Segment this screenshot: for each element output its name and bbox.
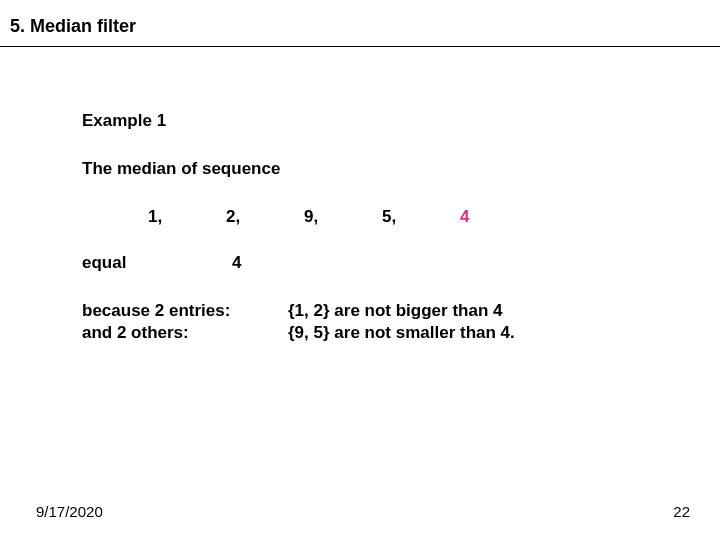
footer-page-number: 22 [673,503,690,520]
sequence-item-4-highlight: 4 [460,206,538,228]
title-underline [0,46,720,47]
because-left-line-1: and 2 others: [82,322,288,344]
because-right-line-0: {1, 2} are not bigger than 4 [288,300,515,322]
footer-date: 9/17/2020 [36,503,103,520]
slide-title: 5. Median filter [0,16,136,37]
intro-line: The median of sequence [82,158,538,180]
because-left-col: because 2 entries: and 2 others: [82,300,288,344]
sequence-item-2: 9, [304,206,382,228]
equal-value: 4 [232,252,241,274]
because-right-col: {1, 2} are not bigger than 4 {9, 5} are … [288,300,515,344]
because-right-line-1: {9, 5} are not smaller than 4. [288,322,515,344]
equal-row: equal 4 [82,252,538,274]
sequence-row: 1, 2, 9, 5, 4 [82,206,538,228]
equal-label: equal [82,252,232,274]
sequence-item-3: 5, [382,206,460,228]
sequence-lead-space [82,206,148,228]
because-block: because 2 entries: and 2 others: {1, 2} … [82,300,538,344]
sequence-item-0: 1, [148,206,226,228]
sequence-item-1: 2, [226,206,304,228]
because-left-line-0: because 2 entries: [82,300,288,322]
slide-body: Example 1 The median of sequence 1, 2, 9… [82,110,538,345]
example-label: Example 1 [82,110,538,132]
